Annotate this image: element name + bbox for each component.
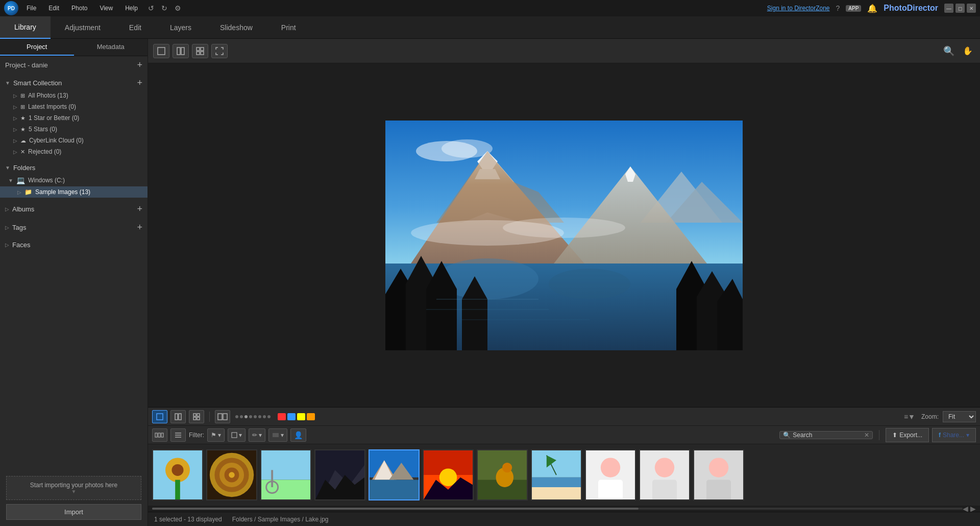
thumbnail-grass[interactable] — [477, 449, 528, 500]
strip-view-grid[interactable] — [189, 410, 204, 423]
strip-view-single[interactable] — [152, 410, 167, 423]
sort-button[interactable]: ≡▼ — [902, 411, 917, 423]
thumbnail-portrait-3[interactable] — [693, 449, 744, 500]
window-controls: — ◻ ✕ — [944, 4, 976, 13]
redo-button[interactable]: ↻ — [159, 3, 169, 13]
menu-photo[interactable]: Photo — [67, 3, 91, 14]
tab-print[interactable]: Print — [267, 16, 310, 39]
scroll-thumb[interactable] — [152, 508, 639, 510]
filmstrip-view-list[interactable] — [170, 428, 186, 442]
color-filter-red[interactable] — [278, 413, 286, 420]
collection-5star-icon: ★ — [20, 126, 26, 133]
zoom-control: ≡▼ Zoom: Fit 25% 50% 100% 200% — [902, 411, 976, 423]
thumbnail-sunset[interactable] — [423, 449, 474, 500]
tab-layers[interactable]: Layers — [156, 16, 206, 39]
color-filter-blue[interactable] — [287, 413, 296, 420]
tab-adjustment[interactable]: Adjustment — [51, 16, 115, 39]
folder-sample-images[interactable]: ▷ 📁 Sample Images (13) — [0, 186, 148, 198]
import-hint[interactable]: Start importing your photos here ▼ — [6, 476, 141, 500]
view-single-btn[interactable] — [153, 44, 169, 58]
filmstrip-area: ≡▼ Zoom: Fit 25% 50% 100% 200% — [148, 407, 980, 512]
filter-color-btn[interactable]: ▾ — [268, 428, 287, 442]
collection-all-photos[interactable]: ▷ ⊞ All Photos (13) — [0, 90, 148, 101]
sidebar-tab-metadata[interactable]: Metadata — [74, 39, 148, 56]
svg-rect-43 — [158, 433, 160, 437]
collection-cyberlink-cloud[interactable]: ▷ ☁ CyberLink Cloud (0) — [0, 135, 148, 146]
notification-icon[interactable]: 🔔 — [867, 4, 877, 13]
search-clear-button[interactable]: ✕ — [864, 432, 869, 439]
import-button[interactable]: Import — [6, 504, 141, 520]
view-compare-btn[interactable] — [173, 44, 189, 58]
thumbnail-lake[interactable] — [369, 449, 420, 500]
thumbnail-portrait-1[interactable] — [585, 449, 636, 500]
face-detect-btn[interactable]: 👤 — [290, 428, 306, 442]
albums-header[interactable]: ▷ Albums + — [0, 202, 148, 216]
dot-4 — [249, 415, 252, 418]
tags-header[interactable]: ▷ Tags + — [0, 220, 148, 234]
minimize-button[interactable]: — — [944, 4, 953, 13]
tab-slideshow[interactable]: Slideshow — [206, 16, 267, 39]
zoom-select[interactable]: Fit 25% 50% 100% 200% — [943, 411, 976, 422]
settings-button[interactable]: ⚙ — [173, 3, 183, 13]
hand-tool-icon[interactable]: ✋ — [961, 44, 975, 58]
smart-collection-label: Smart Collection — [13, 79, 62, 87]
face-icon: 👤 — [294, 431, 303, 439]
view-grid-btn[interactable] — [192, 44, 208, 58]
collection-rejected[interactable]: ▷ ✕ Rejected (0) — [0, 146, 148, 157]
search-icon-top[interactable]: 🔍 — [941, 43, 957, 59]
folder-windows-c[interactable]: ▼ 💻 Windows (C:) — [0, 174, 148, 186]
collection-latest-imports[interactable]: ▷ ⊞ Latest Imports (0) — [0, 101, 148, 112]
color-filter-orange[interactable] — [307, 413, 315, 420]
share-button[interactable]: f Share... ▾ — [932, 428, 976, 442]
view-fullscreen-btn[interactable] — [211, 44, 228, 58]
main-image — [385, 121, 743, 350]
thumbnail-portrait-2[interactable] — [639, 449, 690, 500]
undo-button[interactable]: ↺ — [146, 3, 156, 13]
signin-link[interactable]: Sign in to DirectorZone — [767, 5, 830, 12]
smart-collection-header[interactable]: ▼ Smart Collection + — [0, 76, 148, 90]
collection-5stars[interactable]: ▷ ★ 5 Stars (0) — [0, 124, 148, 135]
dot-2 — [240, 415, 243, 418]
albums-add[interactable]: + — [137, 204, 142, 213]
color-filter-yellow[interactable] — [297, 413, 305, 420]
filter-edit-btn[interactable]: ✏ ▾ — [249, 428, 265, 442]
tab-library[interactable]: Library — [0, 16, 51, 39]
tab-edit[interactable]: Edit — [115, 16, 156, 39]
search-icon: 🔍 — [783, 432, 791, 439]
filter-flag-btn[interactable]: ⚑ ▾ — [207, 428, 225, 442]
svg-rect-38 — [193, 417, 196, 420]
thumbnail-beach[interactable] — [531, 449, 582, 500]
dot-7 — [263, 415, 266, 418]
folders-header[interactable]: ▼ Folders — [0, 161, 148, 174]
smart-collection-add[interactable]: + — [137, 78, 142, 87]
tags-add[interactable]: + — [137, 223, 142, 232]
faces-header[interactable]: ▷ Faces — [0, 238, 148, 251]
search-input[interactable] — [793, 432, 864, 439]
collection-1star[interactable]: ▷ ★ 1 Star or Better (0) — [0, 112, 148, 124]
menu-edit[interactable]: Edit — [44, 3, 63, 14]
strip-view-compare[interactable] — [170, 410, 186, 423]
close-button[interactable]: ✕ — [967, 4, 976, 13]
scroll-track[interactable] — [152, 508, 963, 510]
filmstrip-view-strip[interactable] — [152, 428, 167, 442]
menu-help[interactable]: Help — [121, 3, 142, 14]
project-add-button[interactable]: + — [137, 60, 142, 69]
filter-flag-dropdown: ▾ — [218, 432, 221, 439]
thumbnail-field[interactable] — [260, 449, 311, 500]
export-button[interactable]: ⬆ Export... — [886, 428, 929, 442]
compare-extra[interactable] — [215, 410, 230, 423]
svg-rect-34 — [175, 414, 178, 420]
nav-tabs: Library Adjustment Edit Layers Slideshow… — [0, 16, 980, 39]
help-icon[interactable]: ? — [836, 4, 840, 12]
restore-button[interactable]: ◻ — [955, 4, 965, 13]
svg-rect-1 — [177, 47, 180, 55]
thumbnail-spiral[interactable] — [206, 449, 257, 500]
thumbnail-dark[interactable] — [314, 449, 365, 500]
thumbnail-sunflower[interactable] — [152, 449, 203, 500]
menu-view[interactable]: View — [95, 3, 117, 14]
app-badge: APP — [846, 5, 861, 12]
svg-rect-5 — [197, 52, 200, 55]
filter-frame-btn[interactable]: ▾ — [228, 428, 246, 442]
menu-file[interactable]: File — [22, 3, 40, 14]
sidebar-tab-project[interactable]: Project — [0, 39, 74, 56]
